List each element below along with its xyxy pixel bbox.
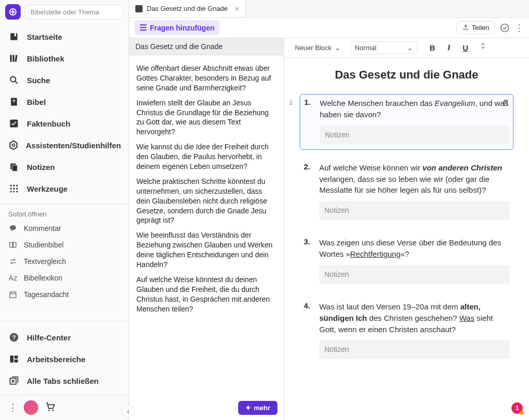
question-item[interactable]: 4.Was ist laut den Versen 19–20a mit dem… bbox=[300, 298, 514, 364]
notes-input[interactable]: Notizen bbox=[319, 265, 509, 284]
svg-point-6 bbox=[10, 76, 15, 82]
quick-item-label: Tagesandacht bbox=[24, 290, 69, 299]
sidebar-item-assistants[interactable]: Assistenten/Studienhilfen bbox=[0, 134, 129, 156]
notes-input[interactable]: Notizen bbox=[319, 340, 509, 359]
help-icon: ? bbox=[8, 332, 20, 343]
quick-item-devotional[interactable]: Tagesandacht bbox=[0, 286, 129, 303]
sidebar-item-label: Suche bbox=[27, 76, 50, 85]
user-avatar[interactable] bbox=[24, 400, 38, 415]
suggested-question[interactable]: Wie beeinflusst das Verständnis der Bezi… bbox=[136, 230, 276, 270]
editor-panel: Neuer Block ⌄ Normal ⌄ B I U Das Geset bbox=[284, 38, 529, 420]
svg-point-29 bbox=[49, 409, 50, 411]
quick-item-studybible[interactable]: Studienbibel bbox=[0, 237, 129, 253]
questions-panel-title[interactable]: Das Gesetz und die Gnade bbox=[129, 38, 284, 55]
sidebar-item-search[interactable]: Suche bbox=[0, 69, 129, 91]
notes-input[interactable]: Notizen bbox=[320, 126, 509, 144]
notes-input[interactable]: Notizen bbox=[319, 201, 509, 220]
suggested-question[interactable]: Auf welche Weise könntest du deinen Glau… bbox=[136, 275, 276, 314]
sidebar-item-notes[interactable]: Notizen bbox=[0, 156, 129, 178]
suggested-question[interactable]: Wie offenbart dieser Abschnitt etwas übe… bbox=[136, 64, 276, 93]
search-icon bbox=[8, 74, 20, 86]
notification-badge[interactable]: 1 bbox=[511, 402, 523, 414]
bold-button[interactable]: B bbox=[427, 42, 438, 54]
home-icon bbox=[8, 31, 20, 42]
expand-toolbar-icon[interactable] bbox=[479, 42, 487, 54]
underline-button[interactable]: U bbox=[460, 42, 471, 54]
add-questions-button[interactable]: ☰ Fragen hinzufügen bbox=[134, 20, 220, 35]
svg-point-13 bbox=[13, 185, 14, 186]
question-item[interactable]: 2.Auf welche Weise können wir von andere… bbox=[300, 159, 514, 225]
sidebar-item-label: Werkzeuge bbox=[27, 184, 68, 193]
question-text[interactable]: Auf welche Weise können wir von anderen … bbox=[319, 162, 509, 220]
sidebar-item-home[interactable]: Startseite bbox=[0, 26, 129, 48]
question-text[interactable]: Was ist laut den Versen 19–20a mit dem a… bbox=[319, 301, 509, 359]
svg-point-15 bbox=[10, 188, 12, 189]
grid-icon bbox=[8, 183, 20, 194]
svg-point-21 bbox=[10, 225, 16, 230]
quick-item-commentary[interactable]: Kommentar bbox=[0, 220, 129, 237]
add-questions-label: Fragen hinzufügen bbox=[150, 24, 214, 32]
quick-item-label: Textvergleich bbox=[24, 257, 66, 266]
tab-bar: Das Gesetz und die Gnade × bbox=[129, 0, 529, 18]
document-title[interactable]: Das Gesetz und die Gnade bbox=[300, 68, 514, 82]
svg-rect-4 bbox=[13, 55, 14, 61]
svg-rect-22 bbox=[10, 292, 16, 298]
style-dropdown[interactable]: Normal ⌄ bbox=[350, 41, 417, 54]
drag-handle-icon[interactable]: ⠿ bbox=[289, 100, 293, 107]
suggested-question[interactable]: Inwiefern stellt der Glaube an Jesus Chr… bbox=[136, 98, 276, 137]
trash-icon[interactable] bbox=[502, 99, 510, 108]
svg-point-16 bbox=[13, 188, 14, 189]
books-icon bbox=[8, 53, 20, 64]
quick-item-textcompare[interactable]: Textvergleich bbox=[0, 253, 129, 270]
kebab-menu-icon[interactable]: ⋮ bbox=[515, 22, 524, 34]
question-text[interactable]: Welche Menschen brauchen das Evangelium,… bbox=[320, 98, 509, 144]
question-text[interactable]: Was zeigen uns diese Verse über die Bede… bbox=[319, 237, 509, 284]
help-item-closealltabs[interactable]: Alle Tabs schließen bbox=[0, 370, 129, 392]
svg-rect-25 bbox=[10, 355, 14, 362]
tab-active[interactable]: Das Gesetz und die Gnade × bbox=[129, 0, 246, 17]
block-type-dropdown[interactable]: Neuer Block ⌄ bbox=[290, 41, 345, 54]
swap-icon bbox=[8, 257, 18, 266]
cart-icon[interactable] bbox=[44, 401, 56, 415]
check-circle-icon[interactable] bbox=[499, 22, 510, 34]
more-menu-icon[interactable]: ⋮ bbox=[8, 402, 18, 413]
help-item-helpcenter[interactable]: ?Hilfe-Center bbox=[0, 326, 129, 348]
suggested-question[interactable]: Welche praktischen Schritte könntest du … bbox=[136, 177, 276, 225]
svg-point-18 bbox=[10, 191, 12, 192]
quick-item-lexicon[interactable]: AᴢBibellexikon bbox=[0, 270, 129, 286]
quick-item-label: Kommentar bbox=[24, 224, 61, 232]
tab-doc-icon bbox=[135, 5, 143, 12]
sidebar-item-library[interactable]: Bibliothek bbox=[0, 48, 129, 69]
sidebar-item-factbook[interactable]: Faktenbuch bbox=[0, 113, 129, 134]
sparkle-icon: ✦ bbox=[245, 404, 251, 412]
italic-button[interactable]: I bbox=[443, 42, 455, 54]
app-logo[interactable] bbox=[5, 4, 21, 20]
suggested-question[interactable]: Wie kannst du die Idee der Freiheit durc… bbox=[136, 142, 276, 172]
questions-panel: Das Gesetz und die Gnade Wie offenbart d… bbox=[129, 38, 284, 420]
tab-title: Das Gesetz und die Gnade bbox=[147, 5, 228, 12]
bible-icon bbox=[8, 96, 20, 107]
sidebar-item-bible[interactable]: Bibel bbox=[0, 91, 129, 113]
more-button[interactable]: ✦ mehr bbox=[238, 401, 277, 415]
quick-open-heading: Sofort öffnen bbox=[0, 206, 129, 220]
panels-icon bbox=[8, 353, 20, 365]
question-item[interactable]: 3.Was zeigen uns diese Verse über die Be… bbox=[300, 234, 514, 289]
calendar-icon bbox=[8, 290, 18, 299]
help-item-workspaces[interactable]: Arbeitsbereiche bbox=[0, 348, 129, 370]
question-number: 2. bbox=[304, 162, 313, 220]
question-number: 1. bbox=[304, 98, 314, 144]
sidebar-item-tools[interactable]: Werkzeuge bbox=[0, 178, 129, 199]
share-button[interactable]: Teilen bbox=[457, 21, 495, 34]
question-item[interactable]: ⠿1.Welche Menschen brauchen das Evangeli… bbox=[300, 94, 514, 150]
copy-icon bbox=[8, 161, 20, 173]
collapse-sidebar-icon[interactable]: ‹ bbox=[122, 405, 134, 417]
tab-close-icon[interactable]: × bbox=[235, 5, 239, 13]
svg-point-19 bbox=[13, 191, 14, 192]
sidebar-item-label: Faktenbuch bbox=[27, 119, 70, 128]
sidebar-item-label: Notizen bbox=[27, 163, 55, 172]
search-input[interactable]: Bibelstelle oder Thema bbox=[25, 5, 123, 20]
sidebar-item-label: Assistenten/Studienhilfen bbox=[26, 141, 121, 150]
book-icon bbox=[8, 240, 18, 250]
help-item-label: Arbeitsbereiche bbox=[27, 355, 85, 364]
svg-rect-11 bbox=[12, 165, 18, 172]
